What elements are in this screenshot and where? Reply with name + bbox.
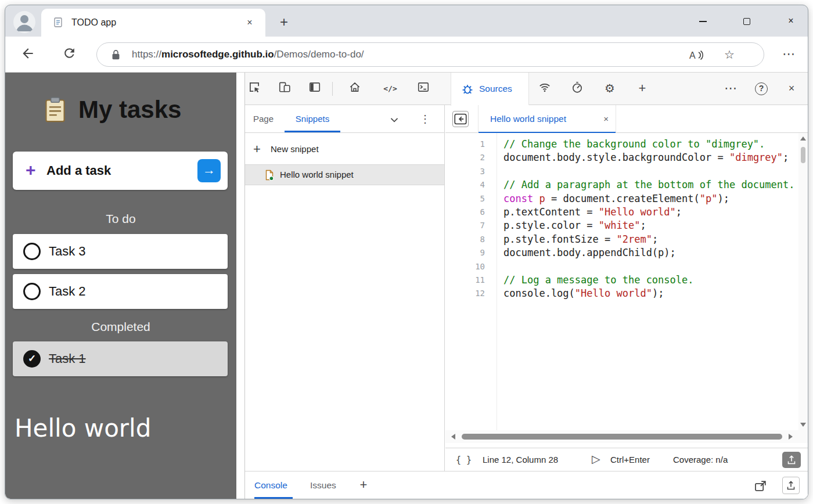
task-checkbox[interactable] bbox=[23, 283, 41, 300]
vertical-scrollbar[interactable] bbox=[798, 133, 808, 430]
devtools-menu-button[interactable]: ⋯ bbox=[722, 81, 739, 97]
devtools-body: Page Snippets ⋮ + New snippet bbox=[245, 105, 808, 471]
line-number[interactable]: 4 bbox=[445, 178, 497, 192]
code-line[interactable]: // Log a message to the console. bbox=[503, 273, 797, 287]
editor-tab[interactable]: Hello world snippet × bbox=[478, 105, 616, 133]
completed-section-label: Completed bbox=[5, 320, 236, 334]
performance-tool-button[interactable] bbox=[569, 81, 585, 97]
add-task-submit-button[interactable]: → bbox=[197, 159, 221, 182]
active-tab-underline bbox=[285, 131, 340, 132]
webpage-viewport: My tasks + Add a task → To do Task 3 Tas… bbox=[5, 73, 244, 499]
scroll-down-arrow[interactable] bbox=[800, 423, 806, 427]
code-token bbox=[533, 193, 539, 204]
code-line[interactable]: document.body.appendChild(p); bbox=[503, 246, 797, 260]
window-close-button[interactable]: × bbox=[781, 11, 801, 31]
browser-menu-button[interactable]: ⋯ bbox=[780, 46, 797, 63]
code-line[interactable]: p.textContent = "Hello world"; bbox=[503, 206, 797, 219]
scroll-right-arrow[interactable] bbox=[789, 434, 793, 440]
more-tabs-chevron-button[interactable] bbox=[388, 113, 401, 126]
undock-drawer-button[interactable] bbox=[754, 479, 768, 493]
drawer-tab-issues[interactable]: Issues bbox=[310, 471, 336, 499]
code-line[interactable]: console.log("Hello world"); bbox=[503, 287, 797, 300]
snippet-list-item[interactable]: Hello world snippet bbox=[245, 164, 444, 185]
tab-close-icon[interactable]: × bbox=[242, 9, 257, 37]
horizontal-scrollbar-thumb[interactable] bbox=[462, 434, 782, 440]
save-snippet-button[interactable] bbox=[782, 452, 801, 468]
clipboard-icon bbox=[42, 96, 68, 123]
profile-avatar[interactable] bbox=[13, 11, 35, 33]
device-emulation-button[interactable] bbox=[276, 81, 293, 97]
refresh-button[interactable] bbox=[62, 46, 80, 63]
welcome-tool-button[interactable] bbox=[347, 81, 363, 97]
export-drawer-button[interactable] bbox=[782, 477, 800, 494]
sources-tool-tab[interactable]: Sources bbox=[451, 73, 529, 106]
code-line[interactable]: const p = document.createElement("p"); bbox=[503, 192, 797, 206]
browser-tab[interactable]: TODO app × bbox=[41, 9, 265, 37]
line-number[interactable]: 12 bbox=[445, 287, 497, 300]
window-minimize-button[interactable] bbox=[693, 11, 713, 31]
pretty-print-button[interactable]: { } bbox=[456, 448, 472, 471]
line-number[interactable]: 9 bbox=[445, 246, 497, 260]
line-number[interactable]: 7 bbox=[445, 219, 497, 232]
code-token: // Change the background color to "dimgr… bbox=[503, 138, 765, 150]
task-row-completed[interactable]: ✓ Task 1 bbox=[13, 341, 228, 376]
code-line[interactable] bbox=[503, 165, 797, 178]
code-line[interactable]: p.style.color = "white"; bbox=[503, 219, 797, 232]
new-snippet-button[interactable]: + New snippet bbox=[245, 140, 444, 159]
dock-layout-button[interactable] bbox=[307, 81, 323, 97]
inspect-button[interactable] bbox=[246, 81, 262, 97]
line-number[interactable]: 3 bbox=[445, 165, 497, 178]
devtools-panel: </> Sources bbox=[244, 73, 808, 499]
code-token: p.style.fontSize = bbox=[503, 233, 616, 245]
line-number[interactable]: 10 bbox=[445, 260, 497, 273]
code-line[interactable] bbox=[503, 260, 797, 273]
code-content[interactable]: // Change the background color to "dimgr… bbox=[503, 138, 797, 430]
network-tool-button[interactable] bbox=[537, 81, 553, 97]
code-line[interactable]: document.body.style.backgroundColor = "d… bbox=[503, 151, 797, 164]
code-editor[interactable]: 123456789101112 // Change the background… bbox=[445, 133, 808, 430]
sources-editor: Hello world snippet × 123456789101112 //… bbox=[445, 105, 808, 471]
task-row[interactable]: Task 2 bbox=[13, 274, 228, 309]
navigator-tab-snippets[interactable]: Snippets bbox=[285, 105, 340, 133]
line-number[interactable]: 6 bbox=[445, 206, 497, 219]
lock-icon[interactable] bbox=[111, 49, 121, 63]
devtools-close-button[interactable]: × bbox=[783, 81, 800, 97]
address-bar[interactable]: https://microsoftedge.github.io/Demos/de… bbox=[96, 42, 764, 67]
line-number[interactable]: 5 bbox=[445, 192, 497, 206]
add-task-input[interactable]: + Add a task → bbox=[13, 152, 228, 190]
scroll-left-arrow[interactable] bbox=[451, 434, 455, 440]
code-line[interactable]: // Add a paragraph at the bottom of the … bbox=[503, 178, 797, 192]
add-drawer-tab-button[interactable]: + bbox=[357, 471, 370, 499]
editor-tabbar: Hello world snippet × bbox=[445, 105, 808, 133]
line-number[interactable]: 1 bbox=[445, 138, 497, 151]
editor-tab-close-icon[interactable]: × bbox=[603, 105, 609, 133]
read-aloud-button[interactable]: A bbox=[688, 49, 704, 64]
task-checkbox-checked[interactable]: ✓ bbox=[23, 350, 41, 368]
settings-gear-button[interactable]: ⚙ bbox=[602, 81, 618, 97]
devtools-help-button[interactable]: ? bbox=[755, 82, 768, 95]
scroll-up-arrow[interactable] bbox=[800, 136, 806, 141]
url-domain: microsoftedge.github.io bbox=[161, 49, 274, 60]
horizontal-scrollbar[interactable] bbox=[445, 430, 808, 443]
toggle-navigator-button[interactable] bbox=[452, 111, 469, 127]
favorites-star-icon[interactable]: ☆ bbox=[724, 43, 735, 66]
code-line[interactable]: // Change the background color to "dimgr… bbox=[503, 138, 797, 151]
console-tool-button[interactable] bbox=[415, 81, 431, 97]
back-button[interactable] bbox=[20, 46, 38, 63]
line-number[interactable]: 8 bbox=[445, 233, 497, 246]
vertical-scrollbar-thumb[interactable] bbox=[801, 147, 805, 163]
navigator-menu-button[interactable]: ⋮ bbox=[419, 105, 431, 133]
new-tab-button[interactable]: + bbox=[275, 13, 293, 32]
window-maximize-button[interactable] bbox=[737, 11, 757, 31]
line-number[interactable]: 11 bbox=[445, 273, 497, 287]
navigator-tab-page[interactable]: Page bbox=[253, 105, 274, 133]
add-tools-button[interactable]: + bbox=[634, 81, 650, 97]
drawer-tab-console[interactable]: Console bbox=[254, 471, 287, 499]
task-row[interactable]: Task 3 bbox=[13, 234, 228, 269]
task-checkbox[interactable] bbox=[23, 243, 41, 260]
elements-tool-button[interactable]: </> bbox=[382, 81, 398, 97]
code-line[interactable]: p.style.fontSize = "2rem"; bbox=[503, 233, 797, 246]
sources-navigator: Page Snippets ⋮ + New snippet bbox=[245, 105, 445, 471]
task-label: Task 2 bbox=[49, 274, 86, 309]
line-number[interactable]: 2 bbox=[445, 151, 497, 164]
